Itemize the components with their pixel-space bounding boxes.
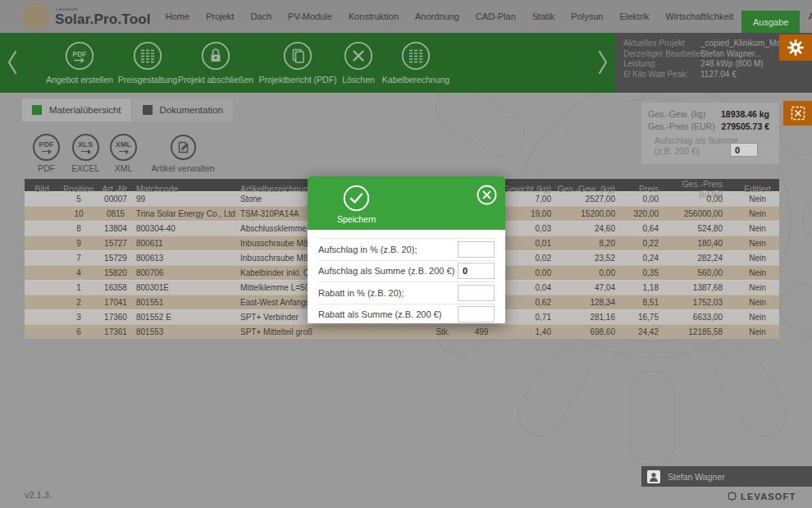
modal-field: Rabatt als Summe (z.B. 200 €) — [318, 304, 495, 326]
toolbar-item-kabelberechnung[interactable]: Kabelberechnung — [367, 41, 465, 85]
cell-art-nr: 15820 — [98, 268, 133, 277]
menu-item[interactable]: Home — [157, 0, 198, 33]
export-xml-button[interactable]: XML XML — [110, 134, 137, 173]
export-pdf-button[interactable]: PDF PDF — [33, 134, 60, 173]
cell-ges-gew: 24,60 — [555, 224, 621, 233]
pages-circle-icon — [283, 41, 312, 71]
table-row[interactable]: 6 17361 801553 SPT+ Mittelteil groß Stk.… — [25, 324, 779, 339]
export-label: XML — [115, 163, 133, 173]
cell-ges-preis: 1752,03 — [666, 298, 736, 307]
cell-gewicht: 7,00 — [502, 195, 555, 204]
tab-bar: Materialübersicht Dokumentation — [22, 98, 233, 121]
cell-editiert: Nein — [736, 313, 779, 322]
cell-gewicht: 0,71 — [502, 313, 555, 322]
levasoft-wordmark: LEVASOFT — [741, 492, 796, 501]
cell-ges-gew: 23,52 — [555, 254, 621, 263]
menu-item[interactable]: Dach — [242, 0, 280, 33]
export-excel-button[interactable]: XLS EXCEL — [71, 134, 99, 173]
menu-item[interactable]: Anordnung — [407, 0, 468, 33]
export-label: PDF — [38, 163, 55, 173]
close-icon — [477, 185, 497, 205]
cell-art-nr: 13804 — [98, 224, 133, 233]
levasoft-sun-icon — [727, 491, 737, 501]
project-info-label: Derzeitiger Bearbeiter: — [615, 49, 700, 60]
cell-matchcode: 800304-40 — [133, 224, 238, 233]
menu-item[interactable]: Konstruktion — [340, 0, 407, 33]
totals-label: Ges.-Gew. (kg) — [648, 108, 706, 121]
cell-gewicht: 19,00 — [502, 209, 555, 218]
modal-field-input[interactable] — [458, 263, 495, 279]
cell-ges-preis: 12185,58 — [666, 327, 736, 336]
save-button[interactable]: Speichern — [337, 185, 376, 224]
modal-field-label: Rabatt als Summe (z.B. 200 €) — [318, 309, 441, 319]
modal-body: Aufschlag in % (z.B. 20); Aufschlag als … — [308, 230, 505, 325]
menu-item[interactable]: Projekt — [198, 0, 242, 33]
pricing-modal: Speichern Aufschlag in % (z.B. 20); Aufs… — [308, 176, 505, 323]
scroll-right-chevron[interactable] — [596, 48, 609, 80]
menu-item[interactable]: Wirtschaftlichkeit — [657, 0, 741, 33]
settings-button[interactable] — [779, 34, 812, 61]
modal-header: Speichern — [308, 176, 505, 230]
project-info-row: €/ Kilo Watt Peak: 1127.04 € — [615, 70, 812, 80]
menu-item[interactable]: Elektrik — [611, 0, 657, 33]
cell-position: 10 — [59, 209, 98, 218]
totals-value: 18938.46 kg — [721, 108, 769, 121]
cell-preis: 0,22 — [621, 239, 666, 248]
toolbar-item-label: Projekt abschließen — [178, 75, 253, 85]
cell-ges-gew: 8,20 — [555, 239, 621, 248]
cell-preis: 8,51 — [621, 298, 666, 307]
cell-editiert: Nein — [736, 239, 779, 248]
cell-editiert: Nein — [736, 195, 779, 204]
manage-articles-button[interactable]: Artikel verwalten — [145, 134, 221, 173]
header-preis: Preis — [621, 184, 666, 194]
grid-export-icon — [790, 105, 806, 121]
project-info-value: 1127.04 € — [700, 70, 805, 80]
cell-gewicht: 0,62 — [502, 298, 555, 307]
user-bar[interactable]: Stefan Wagner — [641, 466, 812, 487]
tab[interactable]: Materialübersicht — [22, 98, 131, 121]
cell-editiert: Nein — [736, 298, 779, 307]
menu-item[interactable]: Statik — [524, 0, 563, 33]
menu-item[interactable]: Admin — [800, 0, 812, 33]
menu-item[interactable]: PV-Module — [280, 0, 340, 33]
cell-preis: 0,24 — [621, 254, 666, 263]
cell-position: 6 — [59, 327, 98, 336]
menu-item[interactable]: CAD-Plan — [468, 0, 524, 33]
cell-ges-preis: 560,00 — [666, 268, 736, 277]
project-info-label: Leistung: — [615, 59, 700, 70]
cell-editiert: Nein — [736, 224, 779, 233]
cell-ges-preis: 1387,68 — [666, 283, 736, 292]
modal-field-label: Aufschlag in % (z.B. 20); — [318, 245, 417, 254]
modal-field-input[interactable] — [458, 306, 495, 323]
menu-item[interactable]: Polysun — [563, 0, 611, 33]
modal-field-input[interactable] — [458, 285, 495, 301]
cell-preis: 320,00 — [621, 209, 666, 218]
modal-field-label: Rabatt in % (z.B. 20); — [318, 288, 404, 298]
table-export-button[interactable] — [783, 101, 812, 126]
export-label: Artikel verwalten — [151, 163, 214, 173]
save-button-label: Speichern — [337, 214, 376, 224]
modal-field-input[interactable] — [458, 241, 495, 258]
scroll-left-chevron[interactable] — [6, 48, 19, 80]
cell-position: 9 — [59, 239, 98, 248]
export-label: EXCEL — [71, 163, 99, 173]
cell-matchcode: 800611 — [133, 239, 238, 248]
sun-logo-icon — [22, 2, 50, 30]
cell-gewicht: 0,03 — [502, 224, 555, 233]
cell-position: 4 — [59, 268, 98, 277]
cell-art-nr: 15727 — [98, 239, 133, 248]
menu-item[interactable]: Ausgabe — [741, 11, 800, 33]
cell-ges-gew: 15200,00 — [555, 209, 621, 218]
tab[interactable]: Dokumentation — [133, 98, 233, 121]
list-circle-icon — [401, 41, 431, 71]
cell-ges-gew: 698,60 — [555, 327, 621, 336]
cell-einheit: Stk. — [425, 327, 461, 336]
tab-color-square — [32, 105, 42, 115]
close-button[interactable] — [477, 185, 497, 208]
header-gewicht: Gewicht (kg) — [502, 184, 555, 194]
cell-matchcode: 800613 — [133, 254, 238, 263]
edit-article-icon — [170, 134, 197, 161]
lock-circle-icon — [201, 41, 230, 71]
cell-matchcode: 801551 — [133, 298, 238, 307]
aufschlag-summe-input[interactable] — [730, 143, 758, 157]
